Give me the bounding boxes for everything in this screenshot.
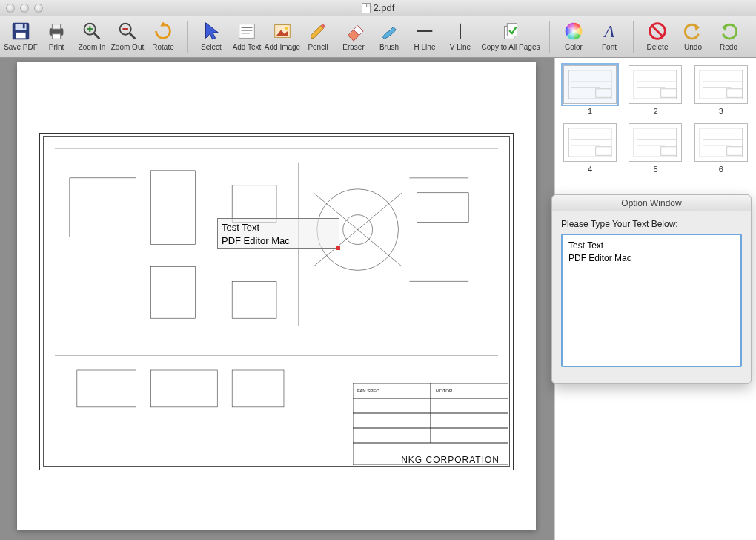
select-button[interactable]: Select xyxy=(193,19,229,56)
svg-rect-78 xyxy=(568,128,611,157)
minimize-window-button[interactable] xyxy=(20,4,29,13)
v-line-button[interactable]: V Line xyxy=(442,19,478,56)
document-icon xyxy=(362,3,371,13)
h-line-icon xyxy=(414,20,436,42)
svg-rect-88 xyxy=(700,128,743,157)
corporation-label: NKG CORPORATION xyxy=(401,455,500,465)
annotation-line-2: PDF Editor Mac xyxy=(222,234,335,248)
thumbnail-label: 6 xyxy=(719,165,723,174)
print-button[interactable]: Print xyxy=(39,19,74,56)
thumbnail-image[interactable] xyxy=(563,123,617,162)
svg-rect-82 xyxy=(596,147,611,156)
pdf-page[interactable]: FAN SPEC. MOTOR NKG CORPORATION Test Tex… xyxy=(17,62,536,530)
annotation-line-1: Test Text xyxy=(222,221,335,234)
thumbnail[interactable]: 2 xyxy=(628,65,683,116)
brush-icon xyxy=(378,20,400,42)
cursor-icon xyxy=(200,20,222,42)
rotate-icon xyxy=(152,20,174,42)
font-button[interactable]: A Font xyxy=(591,19,627,56)
svg-rect-3 xyxy=(23,24,25,28)
svg-rect-92 xyxy=(727,147,743,156)
thumbnail-label: 4 xyxy=(588,165,592,174)
window-title: 2.pdf xyxy=(0,2,756,13)
rotate-button[interactable]: Rotate xyxy=(145,19,181,56)
thumbnail-label: 3 xyxy=(719,107,723,116)
thumbnail[interactable]: 4 xyxy=(563,123,617,174)
svg-rect-39 xyxy=(151,266,196,318)
brush-button[interactable]: Brush xyxy=(371,19,407,56)
text-lines-icon xyxy=(236,20,258,42)
svg-rect-83 xyxy=(634,128,677,157)
zoom-window-button[interactable] xyxy=(34,4,43,13)
drawing-frame: FAN SPEC. MOTOR NKG CORPORATION xyxy=(39,133,514,470)
floppy-icon xyxy=(10,20,32,42)
redo-button[interactable]: Redo xyxy=(711,19,746,56)
color-wheel-icon xyxy=(563,20,585,42)
svg-line-12 xyxy=(130,33,136,39)
svg-rect-5 xyxy=(52,24,60,29)
option-window-prompt: Please Type Your Text Below: xyxy=(561,219,742,229)
zoom-out-button[interactable]: Zoom Out xyxy=(110,19,145,56)
option-text-input[interactable] xyxy=(561,234,742,367)
toolbar: Save PDF Print Zoom In Zoom Out Rotate xyxy=(0,16,756,58)
image-icon xyxy=(271,20,294,42)
pencil-icon xyxy=(307,20,329,42)
thumbnail[interactable]: 3 xyxy=(694,65,749,116)
printer-icon xyxy=(45,20,67,42)
v-line-icon xyxy=(449,20,471,42)
canvas-area[interactable]: FAN SPEC. MOTOR NKG CORPORATION Test Tex… xyxy=(0,58,554,540)
thumbnail-image[interactable] xyxy=(694,123,748,162)
thumbnail-label: 2 xyxy=(653,107,657,116)
svg-text:FAN SPEC.: FAN SPEC. xyxy=(357,389,381,393)
copy-all-icon xyxy=(500,20,522,42)
save-pdf-button[interactable]: Save PDF xyxy=(3,19,39,56)
svg-line-8 xyxy=(94,33,100,39)
svg-point-22 xyxy=(285,27,288,30)
svg-text:MOTOR: MOTOR xyxy=(436,389,453,393)
svg-rect-54 xyxy=(417,193,468,223)
color-button[interactable]: Color xyxy=(556,19,591,56)
delete-icon xyxy=(646,20,669,42)
window-title-text: 2.pdf xyxy=(374,2,395,13)
svg-rect-44 xyxy=(232,185,276,223)
svg-rect-77 xyxy=(727,89,743,98)
thumbnail-image[interactable] xyxy=(694,65,748,104)
svg-rect-6 xyxy=(52,33,60,39)
thumbnail-image[interactable] xyxy=(629,65,682,104)
svg-rect-2 xyxy=(16,32,25,38)
thumbnail-label: 5 xyxy=(653,165,657,174)
zoom-in-button[interactable]: Zoom In xyxy=(74,19,110,56)
undo-button[interactable]: Undo xyxy=(675,19,711,56)
svg-rect-48 xyxy=(77,370,136,407)
option-window[interactable]: Option Window Please Type Your Text Belo… xyxy=(551,194,752,384)
close-window-button[interactable] xyxy=(6,4,15,13)
svg-marker-23 xyxy=(311,25,324,38)
thumbnail[interactable]: 1 xyxy=(563,65,617,116)
thumbnail[interactable]: 6 xyxy=(694,123,749,174)
eraser-button[interactable]: Eraser xyxy=(336,19,371,56)
thumbnail[interactable]: 5 xyxy=(628,123,683,174)
resize-handle[interactable] xyxy=(336,246,340,250)
svg-rect-72 xyxy=(661,89,677,98)
thumbnail-image[interactable] xyxy=(629,123,682,162)
h-line-button[interactable]: H Line xyxy=(407,19,442,56)
eraser-icon xyxy=(342,20,365,42)
svg-point-31 xyxy=(566,22,583,39)
toolbar-separator xyxy=(187,21,188,53)
svg-text:A: A xyxy=(603,22,614,40)
add-image-button[interactable]: Add Image xyxy=(265,19,300,56)
delete-button[interactable]: Delete xyxy=(640,19,675,56)
zoom-in-icon xyxy=(81,20,103,42)
svg-rect-49 xyxy=(151,370,218,407)
copy-all-pages-button[interactable]: Copy to All Pages xyxy=(478,19,543,56)
svg-marker-36 xyxy=(722,24,728,30)
svg-marker-15 xyxy=(206,22,219,39)
font-icon: A xyxy=(598,20,620,42)
thumbnail-image[interactable] xyxy=(563,65,617,104)
add-text-button[interactable]: Add Text xyxy=(229,19,265,56)
pencil-button[interactable]: Pencil xyxy=(300,19,336,56)
text-annotation[interactable]: Test Text PDF Editor Mac xyxy=(217,218,339,249)
svg-rect-67 xyxy=(596,89,611,98)
option-window-title: Option Window xyxy=(552,195,751,211)
thumbnail-label: 1 xyxy=(588,107,592,116)
